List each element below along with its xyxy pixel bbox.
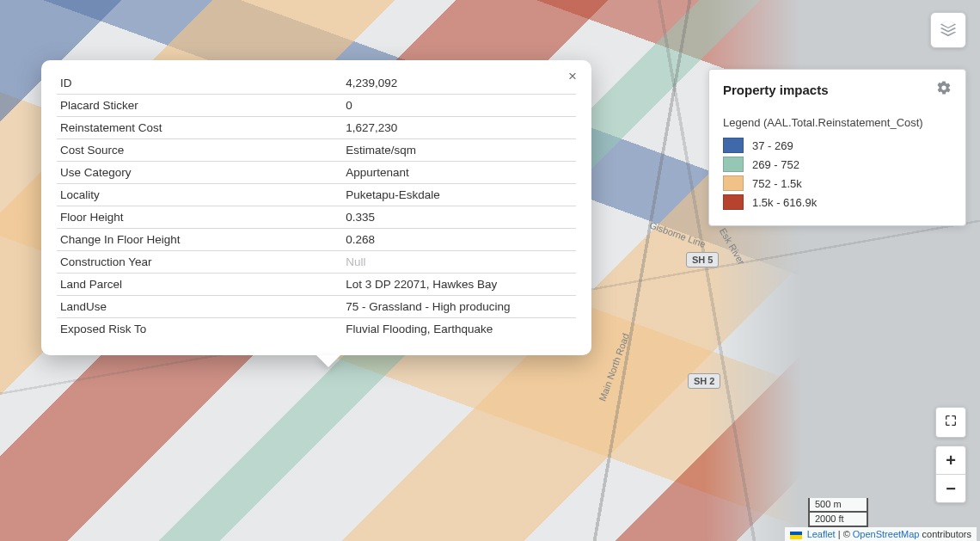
property-value: Appurtenant [342,162,576,184]
property-value: Lot 3 DP 22071, Hawkes Bay [342,274,576,296]
property-row: Placard Sticker0 [57,95,576,117]
property-row: Land ParcelLot 3 DP 22071, Hawkes Bay [57,274,576,296]
property-value: 0 [342,95,576,117]
property-key: Floor Height [57,206,342,229]
property-value: Estimate/sqm [342,139,576,162]
layers-icon [939,19,958,41]
legend-swatch [723,175,744,191]
property-row: ID4,239,092 [57,72,576,95]
legend-swatch [723,157,744,172]
property-key: Land Parcel [57,274,342,296]
feature-popup: × ID4,239,092Placard Sticker0Reinstateme… [41,60,591,355]
property-value: Fluvial Flooding, Earthquake [342,318,576,341]
road-shield-sh5: SH 5 [686,252,719,267]
property-key: Cost Source [57,139,342,162]
scale-metric: 500 m [808,498,868,513]
map-attribution: Leaflet | © OpenStreetMap contributors [785,527,977,541]
property-row: Floor Height0.335 [57,206,576,229]
property-row: Use CategoryAppurtenant [57,162,576,184]
flag-icon [790,532,802,539]
gear-icon [936,80,952,95]
property-key: LandUse [57,296,342,318]
legend-item: 1.5k - 616.9k [723,193,952,212]
property-key: Placard Sticker [57,95,342,117]
leaflet-link[interactable]: Leaflet [807,529,836,539]
fullscreen-icon [944,414,958,431]
property-row: Cost SourceEstimate/sqm [57,139,576,162]
attribution-sep: | © [838,529,853,539]
property-key: Exposed Risk To [57,318,342,341]
attribution-tail: contributors [922,529,971,539]
property-value: 75 - Grassland - High producing [342,296,576,318]
property-row: LandUse75 - Grassland - High producing [57,296,576,318]
property-key: Use Category [57,162,342,184]
legend-label: 269 - 752 [752,158,799,171]
property-row: Exposed Risk ToFluvial Flooding, Earthqu… [57,318,576,341]
legend-title: Property impacts [723,83,829,97]
property-row: Change In Floor Height0.268 [57,229,576,251]
property-row: Construction YearNull [57,251,576,274]
legend-swatch [723,194,744,210]
legend-settings-button[interactable] [936,80,952,99]
legend-subtitle: Legend (AAL.Total.Reinstatement_Cost) [723,116,952,129]
popup-close-button[interactable]: × [564,69,581,86]
property-value: 0.335 [342,206,576,229]
zoom-control: + − [935,446,966,503]
legend-item: 752 - 1.5k [723,174,952,193]
layers-button[interactable] [930,12,966,48]
property-value: 4,239,092 [342,72,576,95]
property-key: Change In Floor Height [57,229,342,251]
close-icon: × [568,68,577,84]
legend-label: 752 - 1.5k [752,177,802,190]
scale-imperial: 2000 ft [808,513,868,527]
road-shield-sh2: SH 2 [688,373,720,389]
feature-properties-table: ID4,239,092Placard Sticker0Reinstatement… [57,72,576,340]
scale-bar: 500 m 2000 ft [808,498,868,527]
legend-panel: Property impacts Legend (AAL.Total.Reins… [708,69,966,226]
property-value: 0.268 [342,229,576,251]
zoom-in-button[interactable]: + [936,446,965,475]
property-key: Construction Year [57,251,342,274]
property-row: LocalityPuketapu-Eskdale [57,184,576,206]
property-key: Locality [57,184,342,206]
legend-label: 37 - 269 [752,139,793,152]
legend-item: 37 - 269 [723,136,952,155]
legend-item: 269 - 752 [723,155,952,174]
property-value: 1,627,230 [342,117,576,139]
zoom-out-button[interactable]: − [936,475,965,502]
property-value: Null [342,251,576,274]
osm-link[interactable]: OpenStreetMap [853,529,920,539]
property-value: Puketapu-Eskdale [342,184,576,206]
fullscreen-button[interactable] [935,407,966,438]
property-row: Reinstatement Cost1,627,230 [57,117,576,139]
property-key: Reinstatement Cost [57,117,342,139]
legend-label: 1.5k - 616.9k [752,196,817,209]
property-key: ID [57,72,342,95]
legend-swatch [723,138,744,153]
